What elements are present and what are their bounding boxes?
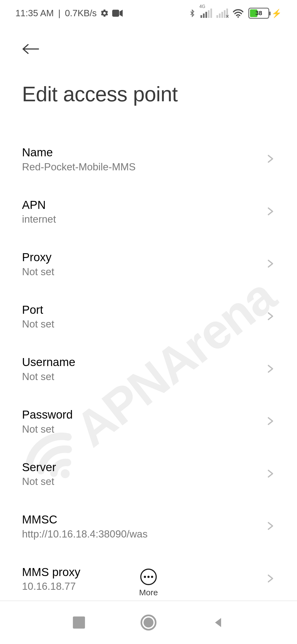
wifi-icon	[232, 9, 244, 18]
chevron-right-icon	[265, 416, 275, 426]
setting-row-password[interactable]: Password Not set	[22, 401, 275, 454]
nav-recents-button[interactable]	[68, 612, 90, 634]
chevron-right-icon	[265, 364, 275, 374]
nav-home-button[interactable]	[138, 612, 160, 634]
video-camera-icon	[112, 10, 123, 17]
status-data-rate: 0.7KB/s	[65, 8, 97, 18]
setting-row-username[interactable]: Username Not set	[22, 349, 275, 401]
signal-primary-icon: 4G	[200, 9, 212, 18]
chevron-right-icon	[265, 154, 275, 164]
square-icon	[73, 616, 85, 629]
setting-label: Password	[22, 407, 73, 422]
setting-value: http://10.16.18.4:38090/was	[22, 528, 148, 540]
triangle-left-icon	[212, 616, 224, 629]
setting-label: Server	[22, 460, 56, 475]
status-left: 11:35 AM | 0.7KB/s	[15, 8, 123, 18]
setting-label: APN	[22, 198, 56, 213]
setting-value: Not set	[22, 371, 75, 383]
svg-point-1	[237, 16, 239, 18]
status-bar: 11:35 AM | 0.7KB/s 4G ✕ 38 ⚡	[0, 0, 297, 26]
nav-back-button[interactable]	[207, 612, 229, 634]
battery-indicator: 38 ⚡	[248, 8, 282, 19]
setting-value: Not set	[22, 424, 73, 435]
setting-value: Red-Pocket-Mobile-MMS	[22, 161, 136, 173]
back-button[interactable]	[22, 38, 44, 60]
more-icon	[140, 569, 157, 585]
svg-rect-0	[112, 10, 119, 17]
header: Edit access point	[0, 26, 297, 106]
setting-row-apn[interactable]: APN internet	[22, 192, 275, 244]
setting-label: Port	[22, 302, 54, 318]
settings-list: APNArena Name Red-Pocket-Mobile-MMS APN …	[0, 139, 297, 627]
setting-row-proxy[interactable]: Proxy Not set	[22, 244, 275, 296]
navigation-bar	[0, 601, 297, 644]
arrow-left-icon	[22, 43, 41, 54]
bottom-action-bar: More	[0, 569, 297, 597]
setting-value: Not set	[22, 266, 54, 278]
bluetooth-icon	[188, 8, 196, 18]
setting-row-server[interactable]: Server Not set	[22, 454, 275, 506]
setting-row-mmsc[interactable]: MMSC http://10.16.18.4:38090/was	[22, 506, 275, 559]
battery-percent: 38	[249, 10, 268, 17]
chevron-right-icon	[265, 469, 275, 479]
charging-icon: ⚡	[271, 9, 282, 18]
circle-icon	[141, 615, 156, 631]
setting-label: MMSC	[22, 512, 148, 527]
chevron-right-icon	[265, 259, 275, 269]
status-time: 11:35 AM	[15, 8, 54, 18]
page-title: Edit access point	[22, 82, 275, 106]
status-separator: |	[58, 8, 61, 18]
network-tag: 4G	[199, 4, 205, 9]
chevron-right-icon	[265, 521, 275, 531]
setting-label: Name	[22, 145, 136, 160]
chevron-right-icon	[265, 206, 275, 216]
setting-label: Proxy	[22, 250, 54, 265]
setting-value: Not set	[22, 318, 54, 330]
more-button[interactable]: More	[139, 569, 158, 597]
setting-row-name[interactable]: Name Red-Pocket-Mobile-MMS	[22, 139, 275, 192]
more-label: More	[139, 588, 158, 597]
setting-label: Username	[22, 355, 75, 370]
signal-secondary-icon: ✕	[216, 9, 228, 18]
gear-icon	[100, 9, 109, 18]
setting-row-port[interactable]: Port Not set	[22, 296, 275, 349]
setting-value: Not set	[22, 476, 56, 487]
setting-value: internet	[22, 214, 56, 225]
status-right: 4G ✕ 38 ⚡	[188, 8, 282, 19]
chevron-right-icon	[265, 311, 275, 321]
